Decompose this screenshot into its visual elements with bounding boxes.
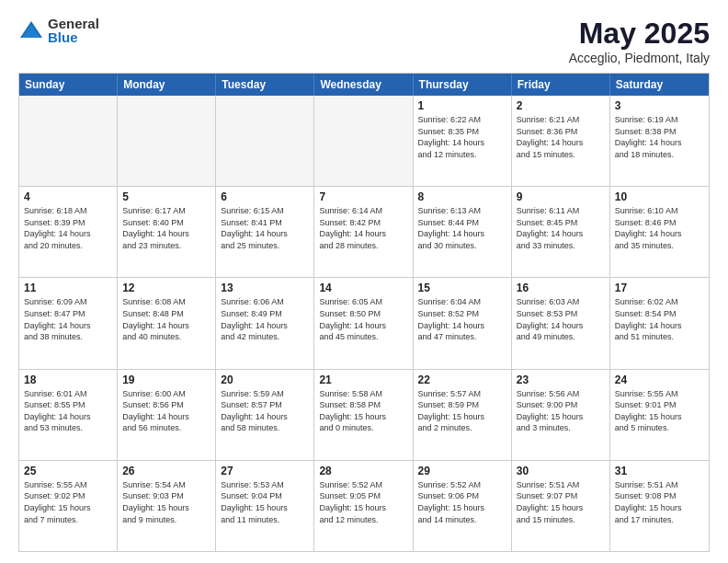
day-number: 21 [319, 373, 407, 386]
day-cell-4-6: 23Sunrise: 5:56 AM Sunset: 9:00 PM Dayli… [512, 370, 610, 460]
logo-text: General Blue [48, 17, 99, 44]
day-number: 11 [24, 282, 112, 294]
day-cell-4-7: 24Sunrise: 5:55 AM Sunset: 9:01 PM Dayli… [610, 370, 709, 460]
day-info: Sunrise: 5:58 AM Sunset: 8:58 PM Dayligh… [319, 388, 407, 434]
day-cell-1-1 [19, 96, 118, 186]
location: Acceglio, Piedmont, Italy [569, 51, 710, 65]
day-info: Sunrise: 6:17 AM Sunset: 8:40 PM Dayligh… [122, 205, 210, 251]
day-cell-3-5: 15Sunrise: 6:04 AM Sunset: 8:52 PM Dayli… [414, 278, 512, 368]
day-cell-1-3 [216, 96, 314, 186]
day-number: 7 [319, 190, 407, 203]
day-number: 10 [615, 190, 704, 203]
day-cell-5-6: 30Sunrise: 5:51 AM Sunset: 9:07 PM Dayli… [512, 461, 610, 551]
day-cell-4-2: 19Sunrise: 6:00 AM Sunset: 8:56 PM Dayli… [118, 370, 216, 460]
day-number: 25 [24, 465, 112, 477]
day-cell-2-7: 10Sunrise: 6:10 AM Sunset: 8:46 PM Dayli… [610, 187, 709, 277]
header-saturday: Saturday [610, 74, 709, 96]
day-number: 28 [319, 465, 407, 477]
day-cell-2-3: 6Sunrise: 6:15 AM Sunset: 8:41 PM Daylig… [216, 187, 314, 277]
day-cell-5-5: 29Sunrise: 5:52 AM Sunset: 9:06 PM Dayli… [414, 461, 512, 551]
calendar-header: Sunday Monday Tuesday Wednesday Thursday… [19, 74, 709, 96]
day-info: Sunrise: 6:10 AM Sunset: 8:46 PM Dayligh… [615, 205, 704, 251]
day-info: Sunrise: 5:56 AM Sunset: 9:00 PM Dayligh… [517, 388, 605, 434]
day-info: Sunrise: 6:13 AM Sunset: 8:44 PM Dayligh… [418, 205, 506, 251]
day-cell-3-6: 16Sunrise: 6:03 AM Sunset: 8:53 PM Dayli… [512, 278, 610, 368]
day-cell-2-5: 8Sunrise: 6:13 AM Sunset: 8:44 PM Daylig… [414, 187, 512, 277]
day-info: Sunrise: 6:21 AM Sunset: 8:36 PM Dayligh… [517, 114, 605, 160]
day-cell-3-3: 13Sunrise: 6:06 AM Sunset: 8:49 PM Dayli… [216, 278, 314, 368]
day-number: 29 [418, 465, 506, 477]
week-row-5: 25Sunrise: 5:55 AM Sunset: 9:02 PM Dayli… [19, 460, 709, 551]
day-number: 14 [319, 282, 407, 294]
day-info: Sunrise: 6:18 AM Sunset: 8:39 PM Dayligh… [24, 205, 112, 251]
day-number: 23 [517, 373, 605, 386]
day-number: 30 [517, 465, 605, 477]
week-row-4: 18Sunrise: 6:01 AM Sunset: 8:55 PM Dayli… [19, 369, 709, 460]
day-number: 8 [418, 190, 506, 203]
day-info: Sunrise: 6:05 AM Sunset: 8:50 PM Dayligh… [319, 296, 407, 342]
day-number: 24 [615, 373, 704, 386]
day-info: Sunrise: 6:22 AM Sunset: 8:35 PM Dayligh… [418, 114, 506, 160]
day-info: Sunrise: 6:01 AM Sunset: 8:55 PM Dayligh… [24, 388, 112, 434]
day-info: Sunrise: 5:59 AM Sunset: 8:57 PM Dayligh… [221, 388, 309, 434]
logo-general-text: General [48, 17, 99, 30]
day-cell-3-4: 14Sunrise: 6:05 AM Sunset: 8:50 PM Dayli… [314, 278, 413, 368]
day-number: 13 [221, 282, 309, 294]
day-info: Sunrise: 6:08 AM Sunset: 8:48 PM Dayligh… [122, 296, 210, 342]
day-info: Sunrise: 5:57 AM Sunset: 8:59 PM Dayligh… [418, 388, 506, 434]
day-number: 1 [418, 99, 506, 112]
title-block: May 2025 Acceglio, Piedmont, Italy [569, 17, 710, 65]
header-thursday: Thursday [414, 74, 512, 96]
day-info: Sunrise: 6:02 AM Sunset: 8:54 PM Dayligh… [615, 296, 704, 342]
day-cell-1-5: 1Sunrise: 6:22 AM Sunset: 8:35 PM Daylig… [414, 96, 512, 186]
day-cell-2-6: 9Sunrise: 6:11 AM Sunset: 8:45 PM Daylig… [512, 187, 610, 277]
day-info: Sunrise: 6:06 AM Sunset: 8:49 PM Dayligh… [221, 296, 309, 342]
day-number: 22 [418, 373, 506, 386]
day-number: 19 [122, 373, 210, 386]
day-number: 2 [517, 99, 605, 112]
day-number: 18 [24, 373, 112, 386]
day-number: 3 [615, 99, 704, 112]
day-cell-5-4: 28Sunrise: 5:52 AM Sunset: 9:05 PM Dayli… [314, 461, 413, 551]
week-row-2: 4Sunrise: 6:18 AM Sunset: 8:39 PM Daylig… [19, 186, 709, 277]
header-wednesday: Wednesday [314, 74, 413, 96]
header-sunday: Sunday [19, 74, 118, 96]
day-number: 12 [122, 282, 210, 294]
logo-blue-text: Blue [48, 30, 99, 44]
day-number: 9 [517, 190, 605, 203]
day-cell-1-4 [314, 96, 413, 186]
logo-icon [18, 17, 44, 43]
week-row-3: 11Sunrise: 6:09 AM Sunset: 8:47 PM Dayli… [19, 277, 709, 368]
month-title: May 2025 [569, 17, 710, 51]
page: General Blue May 2025 Acceglio, Piedmont… [0, 0, 728, 563]
day-number: 5 [122, 190, 210, 203]
day-info: Sunrise: 5:51 AM Sunset: 9:07 PM Dayligh… [517, 479, 605, 525]
header-friday: Friday [512, 74, 610, 96]
day-cell-5-7: 31Sunrise: 5:51 AM Sunset: 9:08 PM Dayli… [610, 461, 709, 551]
day-number: 16 [517, 282, 605, 294]
day-cell-3-7: 17Sunrise: 6:02 AM Sunset: 8:54 PM Dayli… [610, 278, 709, 368]
day-info: Sunrise: 5:55 AM Sunset: 9:01 PM Dayligh… [615, 388, 704, 434]
day-cell-5-1: 25Sunrise: 5:55 AM Sunset: 9:02 PM Dayli… [19, 461, 118, 551]
day-info: Sunrise: 6:03 AM Sunset: 8:53 PM Dayligh… [517, 296, 605, 342]
day-number: 6 [221, 190, 309, 203]
day-number: 27 [221, 465, 309, 477]
calendar: Sunday Monday Tuesday Wednesday Thursday… [18, 73, 710, 552]
day-info: Sunrise: 6:14 AM Sunset: 8:42 PM Dayligh… [319, 205, 407, 251]
week-row-1: 1Sunrise: 6:22 AM Sunset: 8:35 PM Daylig… [19, 96, 709, 186]
day-cell-1-6: 2Sunrise: 6:21 AM Sunset: 8:36 PM Daylig… [512, 96, 610, 186]
header-tuesday: Tuesday [216, 74, 314, 96]
day-number: 15 [418, 282, 506, 294]
header-monday: Monday [118, 74, 216, 96]
day-cell-5-3: 27Sunrise: 5:53 AM Sunset: 9:04 PM Dayli… [216, 461, 314, 551]
day-info: Sunrise: 5:52 AM Sunset: 9:05 PM Dayligh… [319, 479, 407, 525]
day-cell-3-2: 12Sunrise: 6:08 AM Sunset: 8:48 PM Dayli… [118, 278, 216, 368]
day-info: Sunrise: 5:54 AM Sunset: 9:03 PM Dayligh… [122, 479, 210, 525]
day-cell-2-4: 7Sunrise: 6:14 AM Sunset: 8:42 PM Daylig… [314, 187, 413, 277]
day-cell-4-5: 22Sunrise: 5:57 AM Sunset: 8:59 PM Dayli… [414, 370, 512, 460]
day-number: 26 [122, 465, 210, 477]
day-number: 20 [221, 373, 309, 386]
day-info: Sunrise: 5:52 AM Sunset: 9:06 PM Dayligh… [418, 479, 506, 525]
day-info: Sunrise: 5:51 AM Sunset: 9:08 PM Dayligh… [615, 479, 704, 525]
day-cell-3-1: 11Sunrise: 6:09 AM Sunset: 8:47 PM Dayli… [19, 278, 118, 368]
